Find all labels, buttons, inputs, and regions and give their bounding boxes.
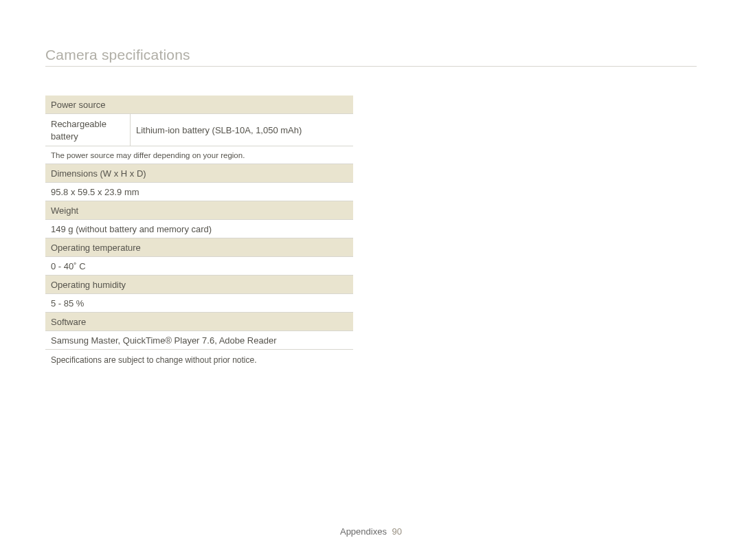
specs-table: Power source Rechargeable battery Lithiu…: [45, 96, 353, 368]
operating-humidity-value: 5 - 85 %: [45, 294, 353, 313]
specs-footnote: Specifications are subject to change wit…: [45, 350, 353, 368]
weight-value: 149 g (without battery and memory card): [45, 220, 353, 238]
power-source-header: Power source: [45, 96, 353, 114]
footer-page-number: 90: [392, 526, 402, 537]
page-content: Camera specifications Power source Recha…: [0, 0, 742, 368]
footer-section-label: Appendixes: [340, 526, 387, 537]
software-header: Software: [45, 313, 353, 331]
page-title: Camera specifications: [45, 47, 697, 67]
power-source-note: The power source may differ depending on…: [45, 146, 353, 164]
page-footer: Appendixes 90: [0, 526, 742, 537]
operating-temperature-header: Operating temperature: [45, 238, 353, 257]
software-value: Samsung Master, QuickTime® Player 7.6, A…: [45, 331, 353, 350]
table-row: Rechargeable battery Lithium-ion battery…: [45, 114, 353, 146]
dimensions-value: 95.8 x 59.5 x 23.9 mm: [45, 183, 353, 201]
rechargeable-battery-value: Lithium-ion battery (SLB-10A, 1,050 mAh): [131, 114, 353, 146]
weight-header: Weight: [45, 201, 353, 220]
dimensions-header: Dimensions (W x H x D): [45, 164, 353, 183]
operating-humidity-header: Operating humidity: [45, 276, 353, 294]
rechargeable-battery-label: Rechargeable battery: [45, 114, 131, 146]
operating-temperature-value: 0 - 40˚ C: [45, 257, 353, 276]
